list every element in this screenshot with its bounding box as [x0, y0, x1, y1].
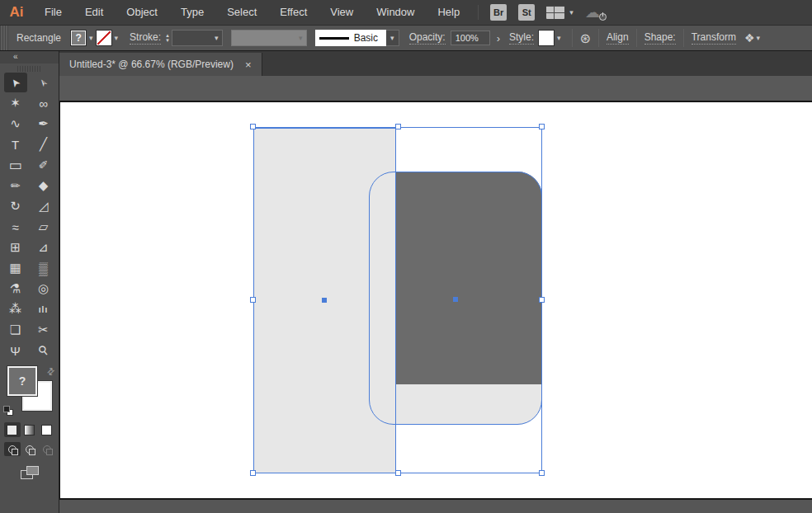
selection-handle[interactable]	[250, 297, 256, 303]
slice-tool[interactable]: ✂	[32, 320, 55, 340]
color-button[interactable]	[4, 422, 21, 437]
free-transform-tool[interactable]: ▱	[32, 217, 55, 237]
draw-behind-button[interactable]	[21, 442, 38, 456]
eraser-tool-icon: ◆	[39, 178, 49, 193]
eraser-tool[interactable]: ◆	[32, 176, 55, 195]
artboard-tool[interactable]: ❏	[4, 320, 27, 340]
chevron-down-icon[interactable]: ▾	[756, 34, 760, 42]
line-segment-tool-icon: ╱	[40, 137, 47, 152]
recolor-artwork-icon[interactable]: ⊛	[580, 31, 591, 46]
selection-handle[interactable]	[539, 297, 545, 303]
free-transform-tool-icon: ▱	[39, 219, 49, 234]
style-swatch[interactable]	[539, 31, 554, 45]
gpu-performance-button[interactable]: ☁	[585, 4, 607, 21]
selection-handle[interactable]	[539, 124, 545, 129]
selection-tool[interactable]: ➤	[4, 73, 27, 92]
scale-tool[interactable]: ◿	[32, 196, 55, 216]
paintbrush-tool[interactable]: ✐	[32, 155, 55, 175]
draw-normal-button[interactable]	[4, 442, 21, 456]
fill-indicator[interactable]: ?	[7, 366, 37, 396]
pasteboard[interactable]	[59, 76, 812, 101]
panel-grip[interactable]	[0, 26, 8, 50]
shape-builder-tool-icon: ⊞	[10, 240, 21, 255]
shape-builder-tool[interactable]: ⊞	[4, 238, 27, 257]
magic-wand-tool[interactable]: ✶	[4, 93, 27, 113]
perspective-grid-tool[interactable]: ⊿	[32, 238, 55, 257]
menu-item-file[interactable]: File	[33, 0, 73, 25]
blend-tool[interactable]: ◎	[32, 279, 55, 299]
change-screen-mode-button[interactable]	[21, 466, 39, 479]
type-tool[interactable]: T	[4, 134, 27, 154]
stroke-weight-stepper[interactable]: ▴ ▾	[166, 33, 169, 43]
brush-definition-combo[interactable]: Basic ▾	[315, 30, 399, 46]
fill-color-swatch[interactable]: ?	[71, 31, 86, 45]
opacity-field[interactable]: 100%	[451, 31, 490, 45]
mesh-tool[interactable]: ▦	[4, 258, 27, 278]
curvature-tool[interactable]: ∿	[4, 114, 27, 134]
opacity-label[interactable]: Opacity:	[409, 31, 446, 45]
stock-button[interactable]: St	[518, 4, 535, 21]
none-button[interactable]	[39, 422, 55, 437]
stroke-weight-combo[interactable]: ▾	[172, 30, 223, 46]
selection-handle[interactable]	[395, 470, 401, 476]
gradient-tool[interactable]: ▒	[32, 258, 55, 278]
tools-collapse-button[interactable]: «	[0, 51, 59, 64]
hand-tool[interactable]: Ψ	[4, 341, 27, 360]
bridge-button[interactable]: Br	[490, 4, 507, 21]
symbol-sprayer-tool[interactable]: ⁂	[4, 299, 27, 319]
illustrator-window: Ai FileEditObjectTypeSelectEffectViewWin…	[0, 0, 812, 513]
menu-item-window[interactable]: Window	[365, 0, 426, 25]
lasso-tool[interactable]: ∞	[32, 93, 55, 113]
pencil-tool[interactable]: ✏	[4, 176, 27, 195]
default-fill-stroke-icon[interactable]	[3, 406, 13, 416]
object-center-point[interactable]	[322, 298, 327, 303]
menu-item-edit[interactable]: Edit	[73, 0, 115, 25]
menu-item-view[interactable]: View	[319, 0, 365, 25]
stroke-color-swatch[interactable]	[97, 31, 111, 45]
type-tool-icon: T	[12, 138, 19, 152]
symbol-sprayer-tool-icon: ⁂	[9, 302, 21, 317]
selection-handle[interactable]	[250, 470, 256, 476]
line-segment-tool[interactable]: ╱	[32, 134, 55, 154]
eyedropper-tool-icon: ⚗	[10, 281, 21, 296]
selection-handle[interactable]	[395, 124, 401, 129]
column-graph-tool[interactable]: ılı	[32, 299, 55, 319]
zoom-tool[interactable]: ⚲	[32, 341, 55, 360]
gradient-button[interactable]	[21, 422, 38, 437]
direct-selection-tool[interactable]: ➣	[32, 73, 55, 92]
pen-tool[interactable]: ✒	[32, 114, 55, 134]
tab-close-icon[interactable]: ×	[245, 59, 252, 71]
eyedropper-tool[interactable]: ⚗	[4, 279, 27, 299]
rotate-tool[interactable]: ↻	[4, 196, 27, 216]
transform-link[interactable]: Transform	[692, 31, 736, 45]
menu-item-object[interactable]: Object	[115, 0, 169, 25]
menu-item-help[interactable]: Help	[426, 0, 471, 25]
controlbar-separator	[598, 29, 599, 47]
rectangle-tool[interactable]: ▭	[4, 155, 27, 175]
controlbar-separator	[683, 29, 684, 47]
menu-item-select[interactable]: Select	[215, 0, 268, 25]
swap-fill-stroke-icon[interactable]: ⇄	[45, 365, 58, 379]
tools-grip[interactable]	[17, 66, 42, 72]
menu-item-effect[interactable]: Effect	[268, 0, 319, 25]
fill-chevron-icon[interactable]: ▾	[86, 34, 97, 42]
style-chevron-icon[interactable]: ▾	[554, 34, 564, 42]
document-tab[interactable]: Untitled-3* @ 66.67% (RGB/Preview) ×	[59, 53, 262, 76]
power-icon	[599, 13, 607, 21]
width-tool[interactable]: ≈	[4, 217, 27, 237]
object-center-point[interactable]	[453, 297, 458, 302]
stroke-weight-label[interactable]: Stroke:	[130, 31, 161, 45]
align-link[interactable]: Align	[607, 31, 629, 45]
variable-width-combo-disabled: ▾	[231, 30, 307, 46]
brush-chevron[interactable]: ▾	[386, 30, 399, 46]
workspace-switcher[interactable]: ▾	[546, 6, 574, 19]
stroke-chevron-icon[interactable]: ▾	[111, 34, 122, 42]
opacity-next-icon[interactable]: ›	[493, 32, 504, 45]
selection-handle[interactable]	[539, 470, 545, 476]
style-label[interactable]: Style:	[509, 31, 534, 45]
transform-options-icon[interactable]: ❖	[744, 31, 755, 45]
menu-item-type[interactable]: Type	[169, 0, 215, 25]
selection-handle[interactable]	[250, 124, 256, 129]
shape-link[interactable]: Shape:	[644, 31, 676, 45]
artboard-canvas[interactable]	[59, 101, 812, 498]
